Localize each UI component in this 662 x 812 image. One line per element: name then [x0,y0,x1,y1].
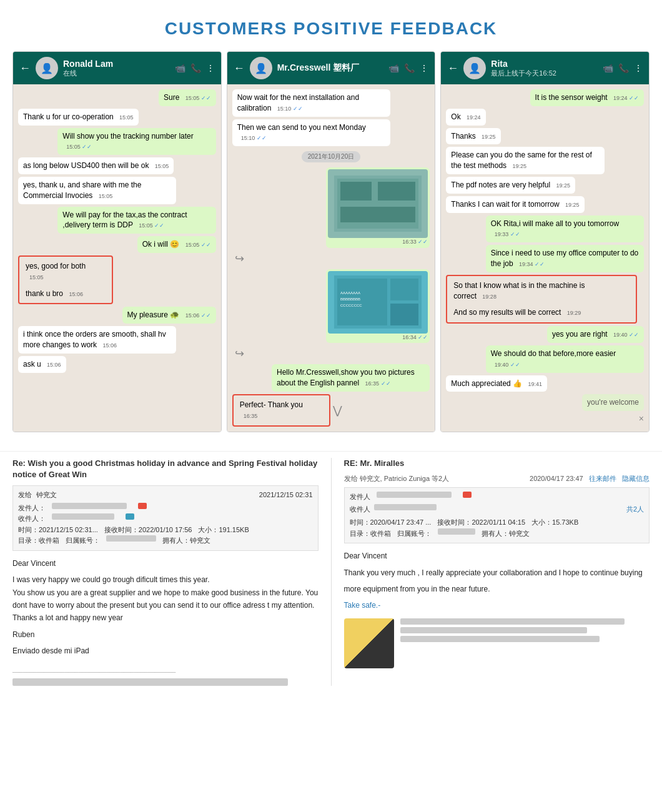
msg-row: It is the sensor weight 19:24 ✓✓ [446,89,644,106]
msg-row: Now wait for the next installation and c… [232,89,430,117]
phone-icon-3[interactable]: 📞 [618,63,629,73]
message: It is the sensor weight 19:24 ✓✓ [530,89,644,106]
email-meta-1: 发给 钟兖文 2021/12/15 02:31 发件人： 收件人： 时间：202… [12,485,319,551]
message: Thanks I can wait for it tomorrow 19:25 [446,196,584,213]
svg-text:CCCCCCCC: CCCCCCCC [340,304,362,307]
sender-value [52,503,127,509]
msg-row: We should do that before,more easier 19:… [446,345,644,373]
sender-badge [138,503,147,509]
message-image-2: AAAAAAAA BBBBBBBB CCCCCCCC 16:34 ✓✓ [326,269,430,344]
highlight-box-3: So that I know what is in the machine is… [446,275,637,324]
account: 归属账号： [66,535,100,547]
avatar-1: 👤 [36,57,58,79]
message: i think once the orders are smooth, shal… [18,326,176,354]
chat-body-1: Sure 15:05 ✓✓ Thank u for ur co-operatio… [13,84,221,432]
message: My pleasure 🐢 15:06 ✓✓ [122,307,216,324]
action-links[interactable]: 往来邮件 隐藏信息 [589,475,650,482]
msg-row: Thanks 19:25 [446,128,644,145]
chat-window-1: ← 👤 Ronald Lam 在线 📹 📞 ⋮ Sure 15:05 ✓✓ [12,51,222,432]
message: Ok i will 😊 15:05 ✓✓ [137,236,216,253]
message: Much appreciated 👍 19:41 [446,375,547,392]
chat-image-2: AAAAAAAA BBBBBBBB CCCCCCCC [328,271,428,334]
message: Ok 19:24 [446,109,485,126]
footer-blurred [12,678,288,686]
chat-window-3: ← 👤 Rita 最后上线于今天16:52 📹 📞 ⋮ It is the se… [440,51,650,432]
divider [331,458,332,686]
highlight-box: yes, good for both 15:05 thank u bro 15:… [18,255,113,304]
message: ask u 15:06 [18,356,66,373]
email-meta-2: 发件人 收件人 共2人 时间：2020/04/17 23:47 ... 接收时间… [344,487,650,543]
svg-rect-3 [378,182,415,201]
received-label-2: 接收时间：2022/01/11 04:15 [437,517,525,528]
highlight-box-2: Perfect- Thank you 16:35 [232,394,330,427]
msg-row: ask u 15:06 [18,356,216,373]
email-thumbnail [344,618,394,668]
expand-icon[interactable]: ⋁ [333,404,342,417]
msg-row: Thank u for ur co-operation 15:05 [18,109,216,126]
size-label: 大小：191.15KB [198,525,249,536]
back-icon-2[interactable]: ← [234,62,245,75]
phone-icon-1[interactable]: 📞 [190,63,201,73]
svg-rect-6 [337,279,387,325]
msg-row: OK Rita,i will make all to you tomorrow … [446,215,644,243]
body-1: I was very happy we could go trough difi… [12,573,319,625]
email-header-bar: 发给 钟兖文, Patricio Zuniga 等2人 2020/04/17 2… [344,474,650,483]
chat-header-2: ← 👤 Mr.Cresswell 塑料厂 📹 📞 ⋮ [227,52,435,84]
email-date: 2021/12/15 02:31 [259,490,313,501]
back-icon-3[interactable]: ← [447,62,458,75]
more-icon-2[interactable]: ⋮ [420,63,428,73]
msg-row: as long below USD400 then will be ok 15:… [18,157,216,174]
contact-name-2: Mr.Cresswell 塑料厂 [277,62,384,74]
forward-icon[interactable]: ↪ [232,250,247,267]
message: thank u bro 15:06 [21,285,92,302]
header-icons-2: 📹 📞 ⋮ [388,63,428,73]
sender-label-2: 发件人 [350,492,370,503]
message: Perfect- Thank you 16:35 [235,397,309,424]
highlight-row: Perfect- Thank you 16:35 ⋁ [232,394,342,427]
msg-row: AAAAAAAA BBBBBBBB CCCCCCCC 16:34 ✓✓ [232,269,430,344]
msg-row: you're welcome [446,394,644,411]
msg-row: Then we can send to you next Monday 15:1… [232,119,430,147]
svg-rect-4 [340,207,415,222]
email-subject-2: RE: Mr. Miralles [344,458,650,469]
status-3: 最后上线于今天16:52 [491,69,598,78]
message: Sure 15:05 ✓✓ [159,89,216,106]
message-partial: you're welcome [582,394,644,411]
name-area-3: Rita 最后上线于今天16:52 [491,59,598,78]
chat-body-3: It is the sensor weight 19:24 ✓✓ Ok 19:2… [441,84,649,432]
close-icon[interactable]: × [639,413,644,423]
back-icon[interactable]: ← [19,62,31,75]
folder-2: 目录：收件箱 [350,528,391,540]
message: Now wait for the next installation and c… [232,89,390,117]
more-icon-3[interactable]: ⋮ [634,63,643,73]
receiver-value [52,513,114,520]
video-icon-2[interactable]: 📹 [388,63,399,73]
sender-badge-2 [463,492,472,498]
video-icon-3[interactable]: 📹 [603,63,613,73]
email-text-blurred [400,618,650,668]
chats-section: ← 👤 Ronald Lam 在线 📹 📞 ⋮ Sure 15:05 ✓✓ [0,51,662,451]
emails-section: Re: Wish you a good Christmas holiday in… [0,451,662,705]
more-icon-1[interactable]: ⋮ [206,63,215,73]
email-body-1: Dear Vincent I was very happy we could g… [12,557,319,686]
chat-header-3: ← 👤 Rita 最后上线于今天16:52 📹 📞 ⋮ [441,52,649,84]
count-label: 共2人 [626,504,644,515]
phone-icon-2[interactable]: 📞 [404,63,415,73]
receiver-badge [126,513,134,520]
forward-icon-2[interactable]: ↪ [232,345,247,362]
message: yes you are right 19:40 ✓✓ [547,326,644,343]
message: Hello Mr.Cresswell,show you two pictures… [272,364,430,392]
video-icon-1[interactable]: 📹 [175,63,185,73]
contact-name-3: Rita [491,59,598,69]
from-label: 发给 [18,491,32,498]
msg-row: yes, good for both 15:05 thank u bro 15:… [18,255,216,304]
meta-row-folder: 目录：收件箱 归属账号： 拥有人：钟兖文 [18,535,313,547]
message-image: 16:33 ✓✓ [326,167,430,248]
sender-label: 发件人： [18,503,46,514]
message: Thanks 19:25 [446,128,500,145]
msg-row: The pdf notes are very helpful 19:25 [446,177,644,194]
sign-2: Enviado desde mi iPad [12,645,319,657]
message: We will pay for the tax,as the contract … [57,207,215,234]
msg-row: So that I know what is in the machine is… [446,275,644,324]
email-image-area [344,618,650,668]
